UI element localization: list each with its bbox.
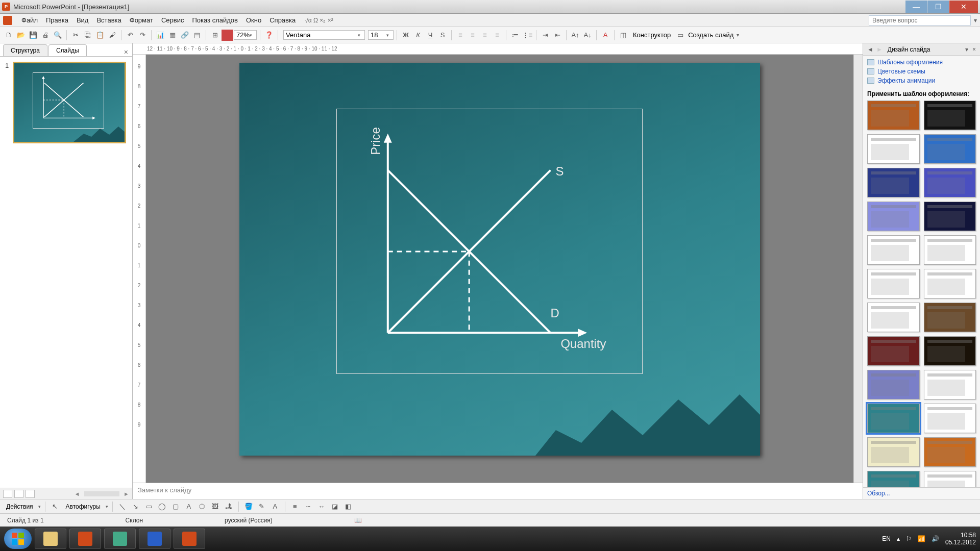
align-right-button[interactable]: ≡ (479, 30, 491, 41)
preview-button[interactable]: 🔍 (52, 30, 63, 41)
notes-pane[interactable]: Заметки к слайду (133, 483, 863, 499)
template-thumb[interactable] (867, 437, 920, 467)
minimize-button[interactable]: — (905, 1, 927, 13)
font-size-combo[interactable]: 18▾ (368, 30, 394, 40)
template-thumb[interactable] (924, 303, 976, 332)
slide-canvas[interactable]: Price S D Quantity (146, 55, 853, 483)
help-dropdown-icon[interactable]: ▾ (974, 17, 977, 24)
template-thumb[interactable] (924, 269, 976, 298)
print-button[interactable]: 🖨 (40, 30, 51, 41)
spellcheck-icon[interactable]: 📖 (354, 517, 362, 524)
task-powerpoint-pinned[interactable] (69, 529, 101, 549)
diagram-tool[interactable]: ⬡ (197, 501, 208, 512)
template-thumb[interactable] (867, 235, 920, 265)
tray-language[interactable]: EN (882, 535, 891, 542)
open-button[interactable]: 📂 (15, 30, 27, 41)
menu-вставка[interactable]: Вставка (92, 15, 125, 26)
help-search-input[interactable] (869, 15, 971, 26)
cut-button[interactable]: ✂ (70, 30, 81, 41)
shadow-tool[interactable]: ◪ (329, 501, 340, 512)
new-button[interactable]: 🗋 (3, 30, 14, 41)
slideshow-view-button[interactable] (26, 490, 35, 498)
close-button[interactable]: ✕ (949, 1, 978, 13)
line-style-tool[interactable]: ≡ (289, 501, 301, 512)
menu-формат[interactable]: Формат (126, 15, 157, 26)
paste-button[interactable]: 📋 (94, 30, 106, 41)
table-button[interactable]: ▦ (167, 30, 178, 41)
copy-button[interactable]: ⿻ (82, 30, 93, 41)
redo-button[interactable]: ↷ (137, 30, 148, 41)
menu-окно[interactable]: Окно (242, 15, 265, 26)
autoshapes-menu[interactable]: Автофигуры (63, 502, 104, 511)
font-combo[interactable]: Verdana▾ (283, 30, 365, 40)
template-thumb[interactable] (924, 404, 976, 433)
arrow-tool[interactable]: ↘ (130, 501, 141, 512)
task-explorer[interactable] (35, 529, 66, 549)
designer-icon[interactable]: ◫ (618, 30, 629, 41)
new-slide-icon[interactable]: ▭ (675, 30, 686, 41)
picture-tool[interactable]: 🏞 (223, 501, 234, 512)
back-icon[interactable]: ◄ (867, 46, 873, 53)
textbox-tool[interactable]: ▢ (170, 501, 181, 512)
bullets-button[interactable]: ⋮≡ (522, 30, 533, 41)
menu-вид[interactable]: Вид (72, 15, 93, 26)
template-thumb[interactable] (867, 471, 920, 487)
template-thumb[interactable] (867, 303, 920, 332)
tray-network-icon[interactable]: 📶 (918, 535, 925, 542)
template-thumb[interactable] (924, 235, 976, 265)
template-thumb[interactable] (867, 134, 920, 164)
3d-tool[interactable]: ◧ (342, 501, 354, 512)
tray-up-icon[interactable]: ▴ (897, 535, 900, 542)
close-pane-icon[interactable]: × (124, 48, 128, 56)
designer-button[interactable]: Конструктор (630, 31, 674, 39)
justify-button[interactable]: ≡ (492, 30, 503, 41)
design-link-0[interactable]: Шаблоны оформления (867, 59, 976, 66)
menu-показ слайдов[interactable]: Показ слайдов (188, 15, 242, 26)
align-left-button[interactable]: ≡ (455, 30, 466, 41)
template-thumb[interactable] (867, 404, 920, 433)
start-button[interactable] (4, 529, 32, 549)
font-color-tool[interactable]: A (270, 501, 281, 512)
rectangle-tool[interactable]: ▭ (143, 501, 155, 512)
line-tool[interactable]: ＼ (117, 501, 128, 512)
underline-button[interactable]: Ч (425, 30, 436, 41)
maximize-button[interactable]: ☐ (927, 1, 949, 13)
wordart-tool[interactable]: A (183, 501, 194, 512)
numbering-button[interactable]: ≔ (509, 30, 521, 41)
decrease-font-button[interactable]: A↓ (582, 30, 593, 41)
template-thumb[interactable] (924, 471, 976, 487)
template-thumb[interactable] (924, 168, 976, 197)
tab-slides[interactable]: Слайды (48, 44, 87, 56)
slide[interactable]: Price S D Quantity (239, 63, 760, 456)
undo-button[interactable]: ↶ (125, 30, 136, 41)
template-thumb[interactable] (867, 269, 920, 298)
format-painter-button[interactable]: 🖌 (107, 30, 118, 41)
increase-font-button[interactable]: A↑ (570, 30, 581, 41)
formula-icon[interactable]: √α Ω ×₂ ×² (305, 17, 333, 24)
template-thumb[interactable] (867, 202, 920, 231)
menu-файл[interactable]: Файл (17, 15, 42, 26)
hyperlink-button[interactable]: 🔗 (179, 30, 190, 41)
tray-clock[interactable]: 10:58 05.12.2012 (945, 532, 976, 546)
design-link-2[interactable]: Эффекты анимации (867, 77, 976, 84)
shadow-button[interactable]: S (437, 30, 448, 41)
tables-borders-button[interactable]: ▤ (191, 30, 203, 41)
decrease-indent-button[interactable]: ⇤ (552, 30, 563, 41)
vertical-scrollbar[interactable] (853, 55, 863, 483)
template-thumb[interactable] (924, 101, 976, 130)
fill-color-tool[interactable]: 🪣 (243, 501, 254, 512)
task-unknown[interactable] (104, 529, 136, 549)
align-center-button[interactable]: ≡ (467, 30, 478, 41)
chart-placeholder[interactable]: Price S D Quantity (336, 109, 643, 374)
design-link-1[interactable]: Цветовые схемы (867, 68, 976, 75)
clipart-tool[interactable]: 🖼 (210, 501, 221, 512)
dash-style-tool[interactable]: ┄ (303, 501, 314, 512)
browse-link[interactable]: Обзор... (867, 490, 890, 497)
pane-close-icon[interactable]: × (972, 46, 976, 53)
template-thumb[interactable] (867, 370, 920, 399)
italic-button[interactable]: К (412, 30, 424, 41)
chart-button[interactable]: 📊 (155, 30, 166, 41)
menu-сервис[interactable]: Сервис (157, 15, 188, 26)
menu-правка[interactable]: Правка (42, 15, 72, 26)
slide-thumbnail[interactable] (13, 62, 126, 143)
